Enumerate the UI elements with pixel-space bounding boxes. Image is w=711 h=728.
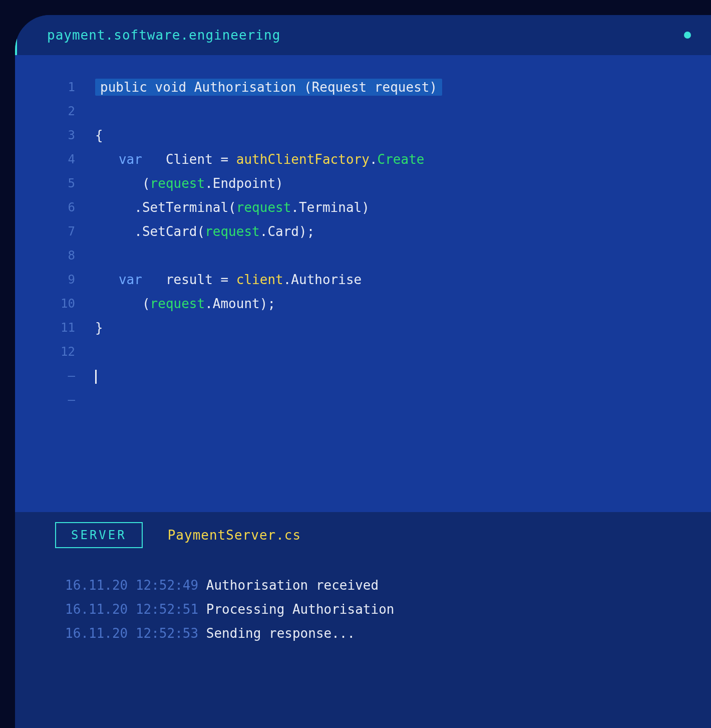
modified-dot-icon [684, 32, 691, 39]
log-message: Processing Authorisation [206, 602, 395, 617]
code-line[interactable]: – [15, 388, 711, 412]
line-number: 3 [15, 123, 95, 147]
line-number: – [15, 364, 95, 388]
log-panel: 16.11.20 12:52:49 Authorisation received… [15, 558, 711, 728]
line-number: 8 [15, 244, 95, 268]
line-number: – [15, 388, 95, 412]
log-timestamp: 16.11.20 12:52:51 [65, 602, 206, 617]
tab-server[interactable]: SERVER [55, 522, 143, 548]
code-line[interactable]: 10 (request.Amount); [15, 292, 711, 316]
code-content[interactable]: var result = client.Authorise [95, 268, 362, 292]
code-content[interactable]: public void Authorisation (Request reque… [95, 75, 442, 99]
code-editor[interactable]: 1public void Authorisation (Request requ… [15, 55, 711, 512]
line-number: 2 [15, 99, 95, 123]
code-line[interactable]: – [15, 364, 711, 388]
code-line[interactable]: 2 [15, 99, 711, 123]
code-line[interactable]: 8 [15, 244, 711, 268]
line-number: 4 [15, 147, 95, 171]
line-number: 10 [15, 292, 95, 316]
line-number: 11 [15, 316, 95, 340]
code-content[interactable]: .SetCard(request.Card); [95, 219, 314, 244]
line-number: 6 [15, 195, 95, 219]
code-line[interactable]: 11} [15, 316, 711, 340]
code-content[interactable]: } [95, 316, 103, 340]
code-line[interactable]: 5 (request.Endpoint) [15, 171, 711, 195]
code-line[interactable]: 1public void Authorisation (Request requ… [15, 75, 711, 99]
panel-tabs: SERVER PaymentServer.cs [15, 512, 711, 558]
code-line[interactable]: 6 .SetTerminal(request.Terminal) [15, 195, 711, 219]
code-content[interactable] [95, 364, 97, 388]
code-content[interactable]: (request.Amount); [95, 292, 275, 316]
code-line[interactable]: 12 [15, 340, 711, 364]
title-bar: payment.software.engineering [15, 15, 711, 55]
code-line[interactable]: 7 .SetCard(request.Card); [15, 219, 711, 244]
code-line[interactable]: 4 var Client = authClientFactory.Create [15, 147, 711, 171]
line-number: 12 [15, 340, 95, 364]
code-content[interactable]: (request.Endpoint) [95, 171, 283, 195]
line-number: 1 [15, 75, 95, 99]
text-cursor-icon [95, 370, 97, 384]
highlighted-code: public void Authorisation (Request reque… [95, 79, 442, 96]
log-timestamp: 16.11.20 12:52:49 [65, 578, 206, 593]
code-content[interactable]: var Client = authClientFactory.Create [95, 147, 424, 171]
log-message: Authorisation received [206, 578, 379, 593]
code-line[interactable]: 3{ [15, 123, 711, 147]
log-timestamp: 16.11.20 12:52:53 [65, 626, 206, 641]
tab-file[interactable]: PaymentServer.cs [168, 528, 301, 543]
line-number: 9 [15, 268, 95, 292]
code-line[interactable]: 9 var result = client.Authorise [15, 268, 711, 292]
log-line: 16.11.20 12:52:53 Sending response... [65, 621, 711, 645]
log-line: 16.11.20 12:52:51 Processing Authorisati… [65, 597, 711, 621]
log-line: 16.11.20 12:52:49 Authorisation received [65, 573, 711, 597]
line-number: 5 [15, 171, 95, 195]
editor-window: payment.software.engineering 1public voi… [15, 15, 711, 728]
code-content[interactable]: .SetTerminal(request.Terminal) [95, 195, 370, 219]
window-title: payment.software.engineering [47, 28, 280, 43]
code-content[interactable]: { [95, 123, 103, 147]
line-number: 7 [15, 219, 95, 244]
log-message: Sending response... [206, 626, 355, 641]
